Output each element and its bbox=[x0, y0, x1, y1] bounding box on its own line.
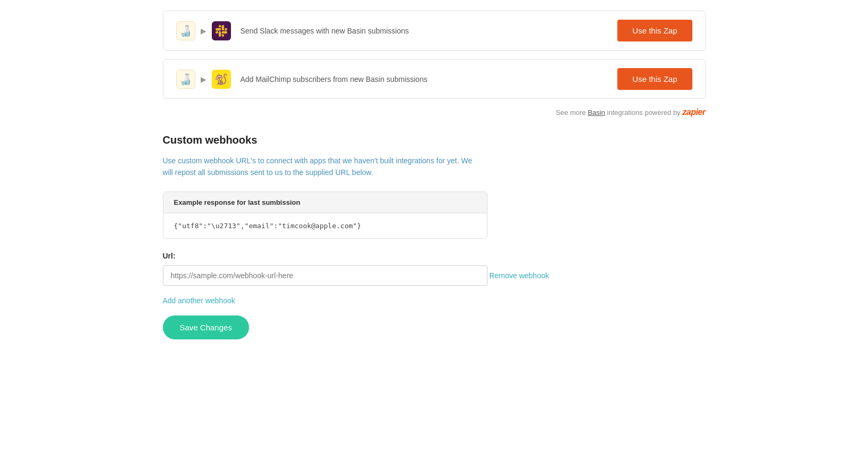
mailchimp-service-icon: 🐒 bbox=[212, 70, 231, 89]
zap-card-slack: 🍶 ▶ Send Slack messages with new Basin s… bbox=[163, 11, 706, 51]
zapier-footer: See more Basin integrations powered by z… bbox=[163, 107, 706, 117]
save-changes-button[interactable]: Save Changes bbox=[163, 315, 249, 339]
example-response-box: Example response for last sumbission {"u… bbox=[163, 192, 487, 239]
custom-webhooks-description: Use custom webhook URL's to connect with… bbox=[163, 155, 482, 179]
slack-service-icon bbox=[212, 21, 231, 40]
zapier-footer-prefix: See more bbox=[556, 109, 588, 117]
zap-card-mailchimp: 🍶 ▶ 🐒 Add MailChimp subscribers from new… bbox=[163, 59, 706, 99]
zapier-footer-suffix: integrations powered by bbox=[605, 109, 681, 117]
arrow-icon-mailchimp: ▶ bbox=[201, 75, 206, 84]
arrow-icon-slack: ▶ bbox=[201, 27, 206, 35]
page-container: 🍶 ▶ Send Slack messages with new Basin s… bbox=[142, 0, 727, 350]
url-label: Url: bbox=[163, 252, 706, 260]
basin-icon-slack: 🍶 bbox=[176, 21, 195, 40]
remove-webhook-link[interactable]: Remove webhook bbox=[489, 271, 549, 280]
zap-card-left-slack: 🍶 ▶ Send Slack messages with new Basin s… bbox=[176, 21, 409, 40]
example-box-header: Example response for last sumbission bbox=[163, 192, 487, 213]
url-input[interactable] bbox=[163, 265, 487, 286]
use-zap-button-slack[interactable]: Use this Zap bbox=[617, 20, 692, 41]
basin-link[interactable]: Basin bbox=[588, 109, 605, 117]
basin-icon-mailchimp: 🍶 bbox=[176, 70, 195, 89]
add-webhook-link[interactable]: Add another webhook bbox=[163, 296, 235, 305]
zap-description-mailchimp: Add MailChimp subscribers from new Basin… bbox=[241, 75, 428, 84]
use-zap-button-mailchimp[interactable]: Use this Zap bbox=[617, 68, 692, 90]
zap-card-left-mailchimp: 🍶 ▶ 🐒 Add MailChimp subscribers from new… bbox=[176, 70, 428, 89]
zapier-logo: zapier bbox=[682, 107, 705, 117]
zap-description-slack: Send Slack messages with new Basin submi… bbox=[241, 27, 409, 35]
example-box-body: {"utf8":"\u2713","email":"timcook@apple.… bbox=[163, 213, 487, 238]
custom-webhooks-title: Custom webhooks bbox=[163, 134, 706, 146]
